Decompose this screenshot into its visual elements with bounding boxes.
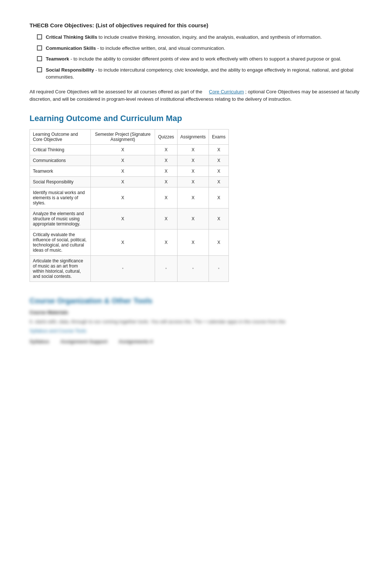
table-row: Analyze the elements and structure of mu… <box>30 208 229 230</box>
row-outcome-2: Teamwork <box>30 166 91 177</box>
col-header-quizzes: Quizzes <box>155 130 177 145</box>
table-row: Social Responsibility X X X X <box>30 177 229 187</box>
core-objectives-paragraph: All required Core Objectives will be ass… <box>30 88 362 104</box>
row-assignments-4: X <box>177 187 209 208</box>
row-quizzes-6: X <box>155 230 177 256</box>
row-quizzes-0: X <box>155 145 177 155</box>
bullet-text-3: - to include the ability to consider dif… <box>71 56 341 62</box>
core-curriculum-link[interactable]: Core Curriculum <box>209 89 244 94</box>
blurred-text-1: It. starts with, data, through to our co… <box>30 318 362 326</box>
blurred-subtitle: Course Materials <box>30 310 362 315</box>
core-objectives-list: Critical Thinking Skills to include crea… <box>37 34 362 81</box>
learning-outcome-title: Learning Outcome and Curriculum Map <box>30 114 362 123</box>
row-exams-4: X <box>209 187 229 208</box>
bullet-text-1: to include creative thinking, innovation… <box>99 34 322 40</box>
bullet-icon-4 <box>37 67 42 72</box>
bullet-icon-1 <box>37 34 42 39</box>
table-row: Communications X X X X <box>30 155 229 166</box>
bullet-social-responsibility: Social Responsibility - to include inter… <box>37 66 362 81</box>
row-assignments-1: X <box>177 155 209 166</box>
row-assignments-6: X <box>177 230 209 256</box>
row-quizzes-3: X <box>155 177 177 187</box>
row-project-0: X <box>91 145 155 155</box>
row-outcome-6: Critically evaluate the influence of soc… <box>30 230 91 256</box>
row-quizzes-1: X <box>155 155 177 166</box>
row-exams-0: X <box>209 145 229 155</box>
row-assignments-7: • <box>177 256 209 282</box>
row-quizzes-2: X <box>155 166 177 177</box>
page-title: THECB Core Objectives: (List of objectiv… <box>30 22 362 28</box>
bullet-label-4: Social Responsibility <box>46 67 94 73</box>
bullet-label-1: Critical Thinking Skills <box>46 34 97 40</box>
row-project-1: X <box>91 155 155 166</box>
row-project-3: X <box>91 177 155 187</box>
row-assignments-2: X <box>177 166 209 177</box>
bullet-text-2: - to include effective written, oral, an… <box>97 45 225 51</box>
paragraph-before-link: All required Core Objectives will be ass… <box>30 89 202 94</box>
row-exams-7: • <box>209 256 229 282</box>
row-outcome-1: Communications <box>30 155 91 166</box>
row-outcome-4: Identify musical works and elements is a… <box>30 187 91 208</box>
bullet-icon-3 <box>37 56 42 61</box>
blurred-section-title: Course Organization & Other Tools <box>30 297 362 305</box>
row-quizzes-5: X <box>155 208 177 230</box>
blurred-link: Syllabus and Course Tools <box>30 328 362 334</box>
bullet-label-3: Teamwork <box>46 56 69 62</box>
blurred-item-0: Syllabus <box>30 339 49 344</box>
table-row: Identify musical works and elements is a… <box>30 187 229 208</box>
row-exams-2: X <box>209 166 229 177</box>
blurred-items-row: Syllabus Assignment Support Assignments … <box>30 339 362 344</box>
row-project-2: X <box>91 166 155 177</box>
blurred-item-2: Assignments 4 <box>118 339 152 344</box>
table-row: Teamwork X X X X <box>30 166 229 177</box>
row-outcome-5: Analyze the elements and structure of mu… <box>30 208 91 230</box>
col-header-outcome: Learning Outcome and Core Objective <box>30 130 91 145</box>
row-outcome-7: Articulate the significance of music as … <box>30 256 91 282</box>
row-quizzes-4: X <box>155 187 177 208</box>
col-header-assignments: Assignments <box>177 130 209 145</box>
row-project-7: • <box>91 256 155 282</box>
row-project-5: X <box>91 208 155 230</box>
row-assignments-0: X <box>177 145 209 155</box>
blurred-item-1: Assignment Support <box>60 339 107 344</box>
row-assignments-5: X <box>177 208 209 230</box>
row-project-6: X <box>91 230 155 256</box>
curriculum-table: Learning Outcome and Core Objective Seme… <box>30 129 229 282</box>
row-exams-6: X <box>209 230 229 256</box>
row-assignments-3: X <box>177 177 209 187</box>
row-outcome-3: Social Responsibility <box>30 177 91 187</box>
row-exams-1: X <box>209 155 229 166</box>
row-project-4: X <box>91 187 155 208</box>
col-header-exams: Exams <box>209 130 229 145</box>
row-outcome-0: Critical Thinking <box>30 145 91 155</box>
bullet-communication: Communication Skills - to include effect… <box>37 45 362 52</box>
row-exams-5: X <box>209 208 229 230</box>
table-row: Critical Thinking X X X X <box>30 145 229 155</box>
bullet-critical-thinking: Critical Thinking Skills to include crea… <box>37 34 362 41</box>
row-quizzes-7: • <box>155 256 177 282</box>
table-row: Critically evaluate the influence of soc… <box>30 230 229 256</box>
blurred-course-section: Course Organization & Other Tools Course… <box>30 297 362 344</box>
bullet-label-2: Communication Skills <box>46 45 96 51</box>
row-exams-3: X <box>209 177 229 187</box>
col-header-project: Semester Project (Signature Assignment) <box>91 130 155 145</box>
table-row: Articulate the significance of music as … <box>30 256 229 282</box>
bullet-icon-2 <box>37 45 42 51</box>
bullet-teamwork: Teamwork - to include the ability to con… <box>37 55 362 63</box>
